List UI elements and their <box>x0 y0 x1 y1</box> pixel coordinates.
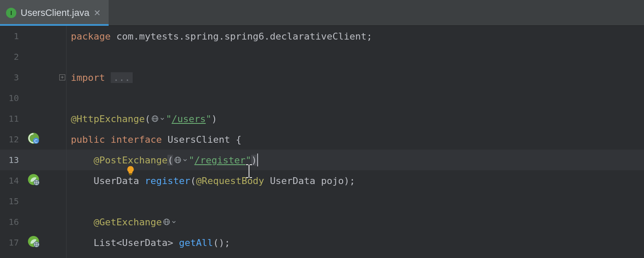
param-type: UserData <box>270 175 316 186</box>
keyword-package: package <box>71 31 111 42</box>
code-line[interactable]: List<UserData> getAll(); <box>71 232 644 253</box>
chevron-down-icon <box>160 116 165 121</box>
tab-filename: UsersClient.java <box>21 7 89 18</box>
string-quote: " <box>206 114 211 124</box>
code-line[interactable]: import ... <box>71 67 644 88</box>
text-cursor-icon <box>200 153 207 168</box>
annotation-httpexchange: @HttpExchange <box>71 114 145 124</box>
code-line[interactable]: public interface UsersClient { <box>71 129 644 150</box>
annotation-requestbody: @RequestBody <box>196 175 264 186</box>
generic-type: UserData <box>122 237 167 248</box>
return-type: UserData <box>94 175 139 186</box>
interface-file-icon: I <box>6 8 16 18</box>
annotation-postexchange: @PostExchange <box>94 155 167 166</box>
keyword-import: import <box>71 72 105 83</box>
folded-imports[interactable]: ... <box>111 72 133 83</box>
url-path[interactable]: /users <box>172 114 206 124</box>
code-area[interactable]: package com.mytests.spring.spring6.decla… <box>67 26 644 258</box>
code-line[interactable]: package com.mytests.spring.spring6.decla… <box>71 26 644 46</box>
file-tab[interactable]: I UsersClient.java ✕ <box>0 0 109 25</box>
fold-expand-icon[interactable]: + <box>59 74 65 80</box>
annotation-getexchange: @GetExchange <box>94 217 162 227</box>
line-number[interactable]: 17 <box>0 232 66 253</box>
string-quote: " <box>166 114 171 124</box>
code-line[interactable] <box>71 46 644 67</box>
class-name: UsersClient <box>167 134 230 145</box>
code-line[interactable] <box>71 191 644 212</box>
space <box>111 31 116 42</box>
line-number[interactable]: 3 + <box>0 67 66 88</box>
tab-bar: I UsersClient.java ✕ <box>0 0 644 26</box>
return-type: List <box>94 237 116 248</box>
text-caret <box>257 154 258 166</box>
paren-open: ( <box>167 155 173 166</box>
code-line[interactable]: UserData register(@RequestBody UserData … <box>71 170 644 191</box>
line-number[interactable]: 12 C <box>0 129 66 150</box>
package-name: com.mytests.spring.spring6.declarativeCl… <box>116 31 367 42</box>
keyword-interface: interface <box>111 134 162 145</box>
line-number[interactable]: 15 <box>0 191 66 212</box>
line-number[interactable]: 14 <box>0 170 66 191</box>
string-quote: " <box>188 155 194 166</box>
method-name: register <box>145 175 190 186</box>
line-number[interactable]: 10 <box>0 88 66 108</box>
code-line[interactable]: @HttpExchange("/users") <box>71 108 644 129</box>
code-line[interactable] <box>71 88 644 108</box>
line-number[interactable]: 2 <box>0 46 66 67</box>
url-actions-widget[interactable] <box>151 115 165 123</box>
svg-text:C: C <box>34 138 38 144</box>
line-number[interactable]: 1 <box>0 26 66 46</box>
url-actions-widget[interactable] <box>163 218 176 226</box>
code-line[interactable]: @GetExchange <box>71 212 644 232</box>
close-tab-icon[interactable]: ✕ <box>94 9 101 17</box>
chevron-down-icon <box>182 157 188 163</box>
code-line[interactable]: @PostExchange("/register") <box>71 150 644 170</box>
semicolon: ; <box>367 31 372 42</box>
spring-bean-gutter-icon[interactable] <box>0 225 39 258</box>
url-actions-widget[interactable] <box>174 156 188 164</box>
gutter: 1 2 3 + 10 11 12 C 13 14 15 16 17 <box>0 26 67 258</box>
method-name: getAll <box>179 237 213 248</box>
code-editor[interactable]: 1 2 3 + 10 11 12 C 13 14 15 16 17 <box>0 26 644 258</box>
param-name: pojo <box>321 175 344 186</box>
keyword-public: public <box>71 134 105 145</box>
chevron-down-icon <box>171 219 176 224</box>
